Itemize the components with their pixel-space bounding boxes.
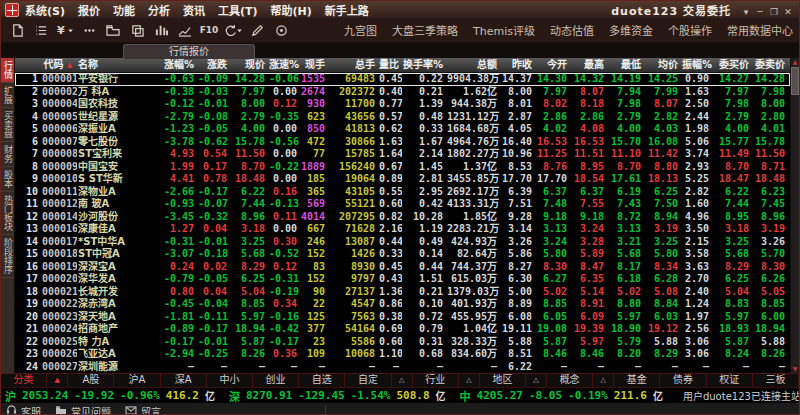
- menu-item-[interactable]: 报价: [78, 2, 100, 18]
- column-header-hand[interactable]: 现手: [300, 58, 328, 72]
- sort-triangle-icon[interactable]: △: [459, 374, 480, 387]
- quick-link-个股操作[interactable]: 个股操作: [668, 22, 712, 38]
- menu-item-[interactable]: 新手上路: [325, 2, 369, 18]
- window-minimize[interactable]: ─: [753, 7, 767, 17]
- table-row[interactable]: 13000016深康佳A1.270.043.180.00667716282.16…: [15, 223, 790, 236]
- column-header-amount[interactable]: 总额: [446, 58, 500, 72]
- column-header-code[interactable]: 代码 ▲: [41, 58, 77, 72]
- column-header-prev[interactable]: 昨收: [500, 58, 535, 72]
- market-tab-创业[interactable]: 创业: [253, 374, 299, 387]
- market-tab-权证[interactable]: 权证: [707, 374, 753, 387]
- column-header-open[interactable]: 今开: [535, 58, 570, 72]
- market-tab-行业[interactable]: 行业: [413, 374, 459, 387]
- table-row[interactable]: 19000022深赤湾A-0.45-0.048.850.342245470.86…: [15, 298, 790, 311]
- sort-triangle-icon[interactable]: △: [593, 374, 614, 387]
- scroll-thumb[interactable]: [791, 67, 799, 95]
- list-icon[interactable]: [31, 21, 51, 39]
- table-row[interactable]: 20000023深天地A-1.81-0.115.97-0.1612575630.…: [15, 311, 790, 324]
- menu-item-[interactable]: 功能: [113, 2, 135, 18]
- table-row[interactable]: 15000018ST中冠A-3.07-0.185.68-0.5215214260…: [15, 248, 790, 261]
- table-row[interactable]: 1000001平安银行-0.63-0.0914.28-0.06153569483…: [15, 73, 790, 86]
- footer-留言[interactable]: 留言: [125, 404, 161, 415]
- table-row[interactable]: 21000024招商地产-0.89-0.1718.94-0.4237754164…: [15, 323, 790, 336]
- market-tab-自选[interactable]: 自选: [299, 374, 345, 387]
- table-row[interactable]: 4000005世纪星源-2.79-0.082.79-0.35623436560.…: [15, 111, 790, 124]
- column-header-turn[interactable]: 换手率%: [402, 58, 446, 72]
- sidebar-item-行情[interactable]: 行情: [1, 58, 14, 83]
- column-header-pct[interactable]: 涨幅%: [157, 58, 197, 72]
- market-tab-分类[interactable]: 分类: [1, 374, 47, 387]
- column-header-low[interactable]: 最低: [607, 58, 644, 72]
- table-row[interactable]: 2000002万 科A-0.38-0.037.970.0026742023720…: [15, 86, 790, 99]
- quick-link-动态估值[interactable]: 动态估值: [550, 22, 594, 38]
- table-row[interactable]: 23000026飞亚达A-2.94-0.258.260.36109100681.…: [15, 348, 790, 361]
- table-row[interactable]: 8000009中国宝安1.990.178.70-0.2218891562400.…: [15, 161, 790, 174]
- sort-triangle-icon[interactable]: △: [392, 374, 413, 387]
- vertical-scrollbar[interactable]: ▲ ▼: [790, 58, 799, 373]
- f10-icon[interactable]: F10: [199, 21, 219, 39]
- sidebar-item-财务[interactable]: 财务: [1, 142, 14, 167]
- market-tab-A股[interactable]: A股: [68, 374, 114, 387]
- scroll-down-icon[interactable]: ▼: [793, 365, 798, 373]
- table-row[interactable]: 11000012南 玻A-0.93-0.077.44-0.13569551210…: [15, 198, 790, 211]
- tab-quote-page[interactable]: 行情报价: [123, 44, 255, 59]
- menu-item-H[interactable]: 帮助(H): [271, 2, 312, 18]
- market-tab-中小[interactable]: 中小: [207, 374, 253, 387]
- column-header-qrr[interactable]: 量比: [378, 58, 402, 72]
- market-tab-债券[interactable]: 债券: [660, 374, 706, 387]
- market-tab-基金[interactable]: 基金: [614, 374, 660, 387]
- menu-item-[interactable]: 分析: [148, 2, 170, 18]
- trend-chart-icon[interactable]: [175, 21, 195, 39]
- pencil-icon[interactable]: [247, 21, 267, 39]
- column-header-bid[interactable]: 委买价: [712, 58, 752, 72]
- scroll-up-icon[interactable]: ▲: [793, 58, 798, 66]
- quick-link-多维资金[interactable]: 多维资金: [609, 22, 653, 38]
- column-header-chg[interactable]: 涨跌: [197, 58, 230, 72]
- footer-客服[interactable]: 客服: [6, 404, 41, 415]
- table-row[interactable]: 7000008ST宝利来4.930.5411.500.0077157851.64…: [15, 148, 790, 161]
- column-header-name[interactable]: 名称: [77, 58, 157, 72]
- folder-icon[interactable]: [103, 21, 123, 39]
- column-header-ask[interactable]: 委卖价: [752, 58, 788, 72]
- copy-icon[interactable]: [127, 21, 147, 39]
- market-tab-三板[interactable]: 三板: [753, 374, 799, 387]
- bar-chart-icon[interactable]: [151, 21, 171, 39]
- menu-item-S[interactable]: 系统(S): [25, 2, 65, 18]
- refresh-icon[interactable]: [223, 21, 243, 39]
- menu-item-T[interactable]: 工具(T): [218, 2, 258, 18]
- market-tab-概念[interactable]: 概念: [547, 374, 593, 387]
- table-row[interactable]: 9000010S ST华新4.410.7818.480.00185190640.…: [15, 173, 790, 186]
- column-header-vol[interactable]: 总手: [328, 58, 378, 72]
- table-row[interactable]: 22000025特 力A-0.17-0.015.87-0.172355860.6…: [15, 336, 790, 349]
- market-tab-自定[interactable]: 自定: [345, 374, 391, 387]
- record-icon[interactable]: [271, 21, 291, 39]
- sidebar-item-股本[interactable]: 股本: [1, 167, 14, 192]
- sort-triangle-icon[interactable]: ▲: [47, 374, 68, 387]
- window-restore[interactable]: ❐: [767, 7, 781, 17]
- sidebar-item-热门板块[interactable]: 热门板块: [1, 192, 14, 235]
- currency-icon[interactable]: ¥: [55, 21, 75, 39]
- sidebar-item-买卖盘[interactable]: 买卖盘: [1, 108, 14, 142]
- table-row[interactable]: 3000004国农科技-0.12-0.018.000.12930117000.7…: [15, 98, 790, 111]
- ellipsis-icon[interactable]: [79, 21, 99, 39]
- table-row[interactable]: 17000020深华发A-0.79-0.056.25-0.3115297970.…: [15, 273, 790, 286]
- sidebar-item-扩展[interactable]: 扩展: [1, 83, 14, 108]
- footer-常见问题[interactable]: 常见问题: [55, 404, 111, 415]
- table-row[interactable]: 5000006深振业A-1.23-0.054.000.00850418130.6…: [15, 123, 790, 136]
- column-header-avg[interactable]: 均价: [644, 58, 681, 72]
- table-row[interactable]: 12000014沙河股份-3.45-0.328.960.114014207295…: [15, 211, 790, 224]
- column-header-high[interactable]: 最高: [570, 58, 607, 72]
- market-tab-沪A[interactable]: 沪A: [114, 374, 160, 387]
- menu-item-[interactable]: 资讯: [183, 2, 205, 18]
- column-header-price[interactable]: 现价: [230, 58, 268, 72]
- table-row[interactable]: 14000017*ST中华A-0.31-0.013.250.3024613087…: [15, 236, 790, 249]
- sort-triangle-icon[interactable]: △: [526, 374, 547, 387]
- quick-link-常用数据中心[interactable]: 常用数据中心: [727, 22, 793, 38]
- sidebar-item-阶段排序[interactable]: 阶段排序: [1, 235, 14, 278]
- quick-link-大盘三季策略[interactable]: 大盘三季策略: [392, 22, 458, 38]
- column-header-speed[interactable]: 涨速%: [268, 58, 300, 72]
- table-row[interactable]: 6000007零七股份-3.78-0.6215.78-0.56472308661…: [15, 136, 790, 149]
- table-row[interactable]: 16000019深深宝A0.240.028.290.128389300.450.…: [15, 261, 790, 274]
- new-doc-icon[interactable]: [7, 21, 27, 39]
- market-tab-地区[interactable]: 地区: [480, 374, 526, 387]
